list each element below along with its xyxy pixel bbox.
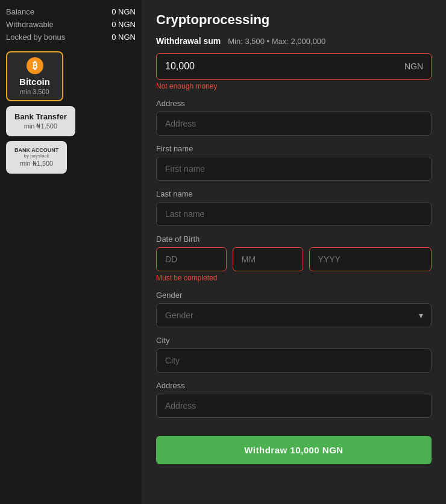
gender-select-wrapper: Gender Male Female Other ▾ bbox=[156, 303, 432, 327]
balance-label: Balance bbox=[6, 7, 34, 16]
gender-label: Gender bbox=[156, 291, 432, 300]
bitcoin-icon: ₿ bbox=[27, 57, 43, 74]
address-label: Address bbox=[156, 99, 432, 108]
locked-bonus-row: Locked by bonus 0 NGN bbox=[6, 33, 136, 42]
address-input[interactable] bbox=[156, 112, 432, 136]
withdrawal-sum-label: Withdrawal sum bbox=[156, 36, 221, 46]
balance-value: 0 NGN bbox=[111, 7, 136, 16]
last-name-field-group: Last name bbox=[156, 189, 432, 226]
withdrawable-row: Withdrawable 0 NGN bbox=[6, 20, 136, 29]
first-name-field-group: First name bbox=[156, 144, 432, 181]
dob-error: Must be completed bbox=[156, 274, 432, 282]
main-content: Cryptoprocessing Withdrawal sum Min: 3,5… bbox=[142, 0, 446, 504]
gender-field-group: Gender Gender Male Female Other ▾ bbox=[156, 291, 432, 327]
withdrawal-sum-row: Withdrawal sum Min: 3,500 • Max: 2,000,0… bbox=[156, 36, 432, 46]
last-name-input[interactable] bbox=[156, 202, 432, 226]
bank-transfer-min: min ₦1,500 bbox=[24, 122, 57, 130]
paystack-min: min ₦1,500 bbox=[20, 160, 53, 168]
address2-field-group: Address bbox=[156, 381, 432, 418]
dob-label: Date of Birth bbox=[156, 235, 432, 244]
first-name-label: First name bbox=[156, 144, 432, 153]
withdrawable-label: Withdrawable bbox=[6, 20, 54, 29]
address-field-group: Address bbox=[156, 99, 432, 136]
address2-label: Address bbox=[156, 381, 432, 390]
dob-mm-input[interactable] bbox=[233, 247, 303, 271]
withdrawable-value: 0 NGN bbox=[111, 20, 136, 29]
address2-input[interactable] bbox=[156, 394, 432, 418]
sidebar: Balance 0 NGN Withdrawable 0 NGN Locked … bbox=[0, 0, 142, 504]
city-label: City bbox=[156, 336, 432, 345]
amount-input-wrapper: NGN bbox=[156, 53, 432, 80]
dob-dd-input[interactable] bbox=[156, 247, 227, 271]
payment-method-paystack[interactable]: BANK ACCOUNT by paystack min ₦1,500 bbox=[6, 141, 67, 174]
city-field-group: City bbox=[156, 336, 432, 373]
payment-method-bitcoin[interactable]: ₿ Bitcoin min 3,500 bbox=[6, 51, 63, 101]
dob-yyyy-input[interactable] bbox=[309, 247, 432, 271]
page-title: Cryptoprocessing bbox=[156, 12, 432, 28]
city-input[interactable] bbox=[156, 348, 432, 373]
dob-field-group: Date of Birth Must be completed bbox=[156, 235, 432, 282]
last-name-label: Last name bbox=[156, 189, 432, 198]
gender-select[interactable]: Gender Male Female Other bbox=[156, 303, 432, 327]
balance-row: Balance 0 NGN bbox=[6, 7, 136, 16]
withdraw-button[interactable]: Withdraw 10,000 NGN bbox=[156, 436, 432, 464]
amount-input[interactable] bbox=[156, 53, 432, 80]
withdrawal-sum-range: Min: 3,500 • Max: 2,000,000 bbox=[228, 37, 325, 46]
payment-method-bank-transfer[interactable]: Bank Transfer min ₦1,500 bbox=[6, 106, 75, 136]
locked-bonus-value: 0 NGN bbox=[111, 33, 136, 42]
first-name-input[interactable] bbox=[156, 157, 432, 181]
not-enough-money-error: Not enough money bbox=[156, 82, 432, 90]
bitcoin-title: Bitcoin bbox=[19, 77, 50, 87]
paystack-sub-text: by paystack bbox=[24, 153, 49, 159]
dob-row bbox=[156, 247, 432, 271]
bank-transfer-title: Bank Transfer bbox=[14, 112, 67, 121]
amount-currency: NGN bbox=[404, 61, 423, 71]
payment-options: ₿ Bitcoin min 3,500 Bank Transfer min ₦1… bbox=[6, 51, 136, 174]
bitcoin-min: min 3,500 bbox=[20, 88, 49, 95]
paystack-logo-text: BANK ACCOUNT bbox=[14, 147, 58, 153]
locked-bonus-label: Locked by bonus bbox=[6, 33, 65, 42]
